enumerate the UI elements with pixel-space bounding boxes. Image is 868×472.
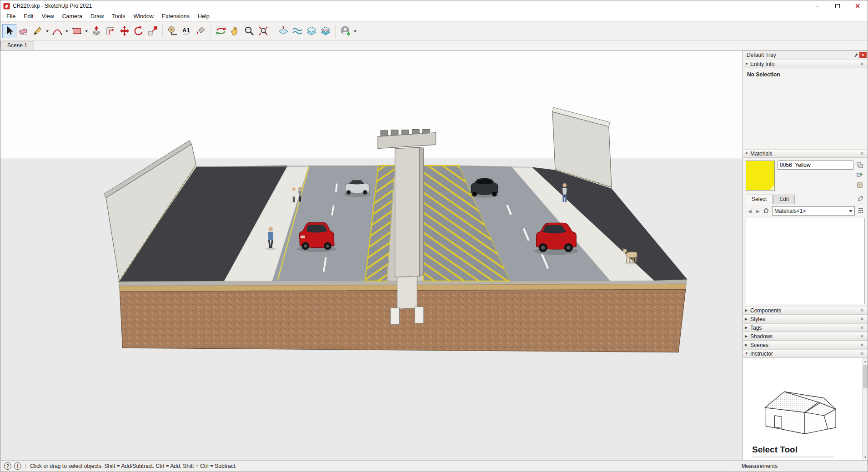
shadows-header[interactable]: ▶ Shadows ✕ <box>743 332 868 341</box>
orbit-tool-button[interactable] <box>214 24 228 38</box>
tray-pin-button[interactable] <box>852 51 859 59</box>
eraser-tool-button[interactable] <box>16 24 30 38</box>
collapse-arrow-icon: ▼ <box>745 62 750 66</box>
help-icon[interactable]: ? <box>4 462 11 470</box>
components-close-button[interactable]: ✕ <box>858 308 866 313</box>
tray-title-bar: Default Tray ✕ <box>743 50 868 60</box>
zoom-tool-button[interactable] <box>242 24 256 38</box>
sample-paint-button[interactable] <box>856 194 865 202</box>
line-tool-button[interactable] <box>30 24 45 38</box>
menu-file[interactable]: File <box>2 12 20 20</box>
shapes-tool-dropdown[interactable] <box>84 24 89 38</box>
create-material-button[interactable] <box>856 171 864 179</box>
entity-info-close-button[interactable]: ✕ <box>858 61 866 66</box>
rotate-icon <box>133 25 144 36</box>
move-icon <box>119 25 130 36</box>
styles-header[interactable]: ▶ Styles ✕ <box>743 315 868 323</box>
shapes-tool-button[interactable] <box>70 24 84 38</box>
tray-close-button[interactable]: ✕ <box>859 52 867 58</box>
menu-help[interactable]: Help <box>194 12 214 20</box>
materials-close-button[interactable]: ✕ <box>858 151 866 156</box>
scrollbar-thumb[interactable] <box>863 365 868 388</box>
maximize-icon <box>835 4 840 8</box>
expand-arrow-icon: ▶ <box>745 326 750 330</box>
menu-draw[interactable]: Draw <box>86 12 108 20</box>
tags-header[interactable]: ▶ Tags ✕ <box>743 323 868 332</box>
account-button[interactable] <box>338 24 352 38</box>
close-button[interactable]: ✕ <box>848 0 868 11</box>
material-collection-dropdown[interactable]: Materials<1> <box>772 206 855 216</box>
measurements-value-box[interactable] <box>782 462 864 470</box>
scroll-down-button[interactable]: ▼ <box>863 454 868 460</box>
select-tool-button[interactable] <box>2 24 16 38</box>
menu-edit[interactable]: Edit <box>20 12 38 20</box>
scale-tool-button[interactable] <box>146 24 160 38</box>
styles-close-button[interactable]: ✕ <box>858 316 866 321</box>
section-display-tool-button[interactable] <box>290 24 304 38</box>
line-tool-dropdown[interactable] <box>45 24 50 38</box>
details-button[interactable] <box>857 207 865 215</box>
text-tool-button[interactable]: A1 <box>180 24 194 38</box>
pan-tool-button[interactable] <box>228 24 242 38</box>
materials-content: Select Edit ◀ ▶ Materials<1> <box>743 158 868 306</box>
section-cuts-tool-button[interactable] <box>304 24 318 38</box>
scenes-title: Scenes <box>750 342 858 348</box>
zoom-extents-icon <box>258 25 269 36</box>
materials-tab-edit[interactable]: Edit <box>773 195 795 204</box>
instructor-header[interactable]: ▼ Instructor ✕ <box>743 349 868 358</box>
info-icon[interactable]: i <box>14 462 21 470</box>
materials-nav-row: ◀ ▶ Materials<1> <box>746 206 865 216</box>
create-material-icon <box>857 172 863 178</box>
maximize-button[interactable] <box>828 0 848 11</box>
status-hint: Click or drag to select objects. Shift =… <box>30 463 236 469</box>
pushpull-tool-button[interactable] <box>89 24 103 38</box>
components-header[interactable]: ▶ Components ✕ <box>743 306 868 315</box>
paint-bucket-tool-button[interactable] <box>194 24 208 38</box>
menu-extensions[interactable]: Extensions <box>158 12 194 20</box>
shadows-close-button[interactable]: ✕ <box>858 334 866 339</box>
zoom-extents-tool-button[interactable] <box>256 24 270 38</box>
menu-camera[interactable]: Camera <box>58 12 86 20</box>
section-plane-icon <box>278 25 289 36</box>
entity-info-header[interactable]: ▼ Entity Info ✕ <box>743 60 868 68</box>
account-dropdown[interactable] <box>352 24 358 38</box>
chevron-down-icon <box>849 210 853 214</box>
instructor-scrollbar[interactable]: ▲ ▼ <box>862 358 868 460</box>
tape-measure-tool-button[interactable] <box>166 24 180 38</box>
arc-tool-dropdown[interactable] <box>64 24 70 38</box>
back-button[interactable]: ◀ <box>746 207 754 215</box>
tags-close-button[interactable]: ✕ <box>858 325 866 330</box>
instructor-tool-title: Select Tool <box>752 445 798 455</box>
menu-window[interactable]: Window <box>129 12 157 20</box>
paint-with-texture-button[interactable] <box>856 181 864 189</box>
materials-tab-select[interactable]: Select <box>746 195 773 204</box>
entity-info-message: No Selection <box>747 71 863 78</box>
section-fill-tool-button[interactable] <box>318 24 332 38</box>
section-plane-tool-button[interactable] <box>276 24 290 38</box>
scene-tab-1[interactable]: Scene 1 <box>0 41 34 50</box>
minimize-button[interactable]: – <box>808 0 828 11</box>
materials-list-area[interactable] <box>746 218 865 304</box>
active-material-swatch[interactable] <box>746 161 775 191</box>
in-model-button[interactable] <box>762 207 770 215</box>
move-tool-button[interactable] <box>117 24 131 38</box>
tags-title: Tags <box>750 325 858 331</box>
tape-measure-icon <box>167 25 178 36</box>
materials-tabs: Select Edit <box>746 194 865 204</box>
account-icon <box>340 25 351 36</box>
materials-header[interactable]: ▼ Materials ✕ <box>743 149 868 158</box>
arc-tool-button[interactable] <box>50 24 64 38</box>
instructor-close-button[interactable]: ✕ <box>858 351 866 356</box>
scroll-up-button[interactable]: ▲ <box>863 358 868 364</box>
offset-tool-button[interactable] <box>103 24 117 38</box>
rotate-tool-button[interactable] <box>131 24 146 38</box>
modeling-viewport[interactable] <box>0 50 743 460</box>
secondary-pane-button[interactable] <box>856 161 864 169</box>
material-name-input[interactable] <box>778 161 853 170</box>
forward-button[interactable]: ▶ <box>754 207 762 215</box>
sketchup-window: CR220.skp - SketchUp Pro 2021 – ✕ File E… <box>0 0 868 472</box>
scenes-header[interactable]: ▶ Scenes ✕ <box>743 341 868 349</box>
scenes-close-button[interactable]: ✕ <box>858 342 866 347</box>
menu-view[interactable]: View <box>38 12 58 20</box>
menu-tools[interactable]: Tools <box>108 12 129 20</box>
